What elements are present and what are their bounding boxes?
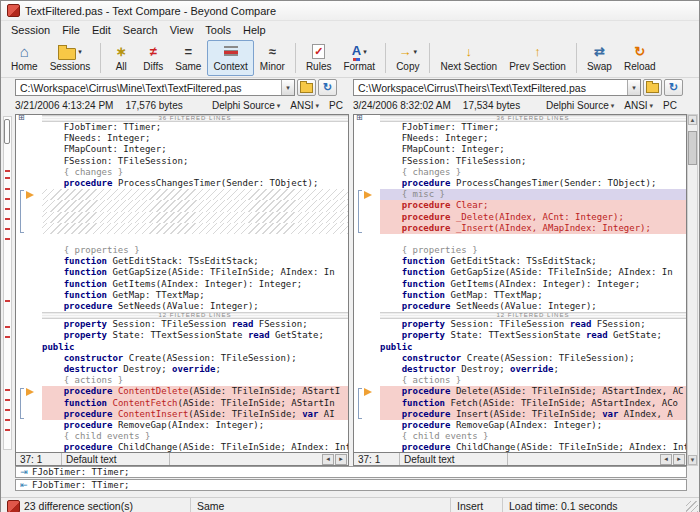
code-line[interactable]: public [380, 342, 686, 353]
gutter[interactable] [16, 178, 42, 189]
gutter[interactable] [16, 290, 42, 301]
gutter[interactable] [16, 133, 42, 144]
left-refresh-button[interactable]: ↻ [318, 79, 337, 96]
right-current-line-pane[interactable]: ⇤ FJobTimer: TTimer; [15, 479, 687, 491]
gutter[interactable] [354, 301, 380, 312]
right-hscroll-right-button[interactable]: ▸ [673, 454, 685, 465]
code-line[interactable]: { properties } [42, 245, 348, 256]
code-line[interactable]: { misc } [380, 189, 686, 200]
code-line[interactable]: { child events } [380, 431, 686, 442]
left-browse-button[interactable] [297, 79, 316, 96]
gutter[interactable] [354, 234, 380, 245]
scrollbar-thumb[interactable] [688, 131, 697, 165]
right-hscroll-left-button[interactable]: ◂ [660, 454, 672, 465]
resize-grip[interactable] [686, 501, 698, 512]
overview-viewport[interactable] [4, 119, 10, 144]
gutter[interactable] [16, 312, 42, 319]
gutter[interactable] [16, 267, 42, 278]
gutter[interactable] [354, 256, 380, 267]
right-format-combo[interactable]: Delphi Source▾ [546, 100, 614, 111]
toolbar-button-diffs[interactable]: ≠Diffs [137, 40, 169, 76]
code-line[interactable]: property State: TTextSessionState read G… [380, 330, 686, 341]
menu-item-session[interactable]: Session [5, 23, 56, 37]
menu-item-view[interactable]: View [164, 23, 200, 37]
right-editor-content[interactable]: ⊞36 FILTERED LINES FJobTimer: TTimer; FN… [354, 115, 686, 452]
fold-icon[interactable]: ⊞ [18, 115, 25, 122]
toolbar-button-context[interactable]: Context [207, 40, 253, 76]
toolbar-button-rules[interactable]: Rules [300, 40, 338, 76]
menu-item-help[interactable]: Help [237, 23, 272, 37]
code-line[interactable]: FJobTimer: TTimer; [380, 122, 686, 133]
gutter[interactable] [354, 144, 380, 155]
filtered-lines-banner[interactable]: 12 FILTERED LINES [380, 312, 686, 319]
gutter[interactable] [354, 342, 380, 353]
code-line[interactable]: procedure ContentInsert(ASide: TFileInSi… [42, 409, 348, 420]
gutter[interactable] [16, 353, 42, 364]
gutter[interactable] [16, 442, 42, 452]
code-line[interactable]: { properties } [380, 245, 686, 256]
gutter[interactable] [16, 301, 42, 312]
right-browse-button[interactable] [643, 79, 662, 96]
filtered-lines-banner[interactable]: 12 FILTERED LINES [42, 312, 348, 319]
menu-item-search[interactable]: Search [117, 23, 164, 37]
gutter[interactable] [354, 122, 380, 133]
code-line[interactable]: function GetItems(AIndex: Integer): Inte… [42, 279, 348, 290]
toolbar-button-copy[interactable]: →▾Copy [390, 40, 425, 76]
gutter[interactable] [354, 442, 380, 452]
missing-lines-hatch[interactable] [42, 189, 348, 200]
gutter[interactable] [16, 420, 42, 431]
code-line[interactable]: procedure _Insert(AIndex, AMapIndex: Int… [380, 223, 686, 234]
code-line[interactable]: { changes } [380, 167, 686, 178]
left-encoding-combo[interactable]: ANSI▾ [290, 100, 319, 111]
code-line[interactable]: constructor Create(ASession: TFileSessio… [42, 353, 348, 364]
right-path-dropdown-icon[interactable]: ▾ [627, 80, 640, 95]
code-line[interactable]: procedure Delete(ASide: TFileInSide; ASt… [380, 386, 686, 397]
code-line[interactable]: function GetGapSize(ASide: TFileInSide; … [380, 267, 686, 278]
toolbar-button-reload[interactable]: ↻Reload [618, 40, 662, 76]
missing-lines-hatch[interactable] [42, 212, 348, 223]
code-line[interactable]: procedure Clear; [380, 200, 686, 211]
code-line[interactable] [380, 234, 686, 245]
gutter[interactable] [354, 375, 380, 386]
toolbar-button-prev-section[interactable]: ↑Prev Section [503, 40, 572, 76]
diff-section-marker-icon[interactable] [26, 388, 34, 396]
right-encoding-combo[interactable]: ANSI▾ [624, 100, 653, 111]
gutter[interactable] [354, 431, 380, 442]
gutter[interactable] [16, 167, 42, 178]
gutter[interactable] [16, 375, 42, 386]
gutter[interactable] [16, 342, 42, 353]
left-format-combo[interactable]: Delphi Source▾ [212, 100, 280, 111]
missing-lines-hatch[interactable] [42, 223, 348, 234]
code-line[interactable]: procedure RemoveGap(AIndex: Integer); [380, 420, 686, 431]
toolbar-button-minor[interactable]: ≈Minor [254, 40, 291, 76]
code-line[interactable]: function ContentFetch(ASide: TFileInSide… [42, 398, 348, 409]
gutter[interactable] [16, 256, 42, 267]
code-line[interactable]: property State: TTextSessionState read G… [42, 330, 348, 341]
code-line[interactable]: FNeeds: Integer; [42, 133, 348, 144]
gutter[interactable] [16, 245, 42, 256]
left-hscroll-right-button[interactable]: ▸ [335, 454, 347, 465]
gutter[interactable] [16, 156, 42, 167]
gutter[interactable] [16, 144, 42, 155]
gutter[interactable] [354, 319, 380, 330]
left-current-line-pane[interactable]: ⇥ FJobTimer: TTimer; [15, 466, 687, 478]
code-line[interactable]: constructor Create(ASession: TFileSessio… [380, 353, 686, 364]
code-line[interactable]: FSession: TFileSession; [380, 156, 686, 167]
diff-section-marker-icon[interactable] [364, 388, 372, 396]
code-line[interactable]: function GetEditStack: TSsEditStack; [380, 256, 686, 267]
gutter[interactable] [16, 122, 42, 133]
gutter[interactable] [16, 330, 42, 341]
code-line[interactable]: FMapCount: Integer; [380, 144, 686, 155]
diff-section-marker-icon[interactable] [364, 191, 372, 199]
code-line[interactable]: { child events } [42, 431, 348, 442]
toolbar-button-next-section[interactable]: ↓Next Section [434, 40, 503, 76]
gutter[interactable] [354, 133, 380, 144]
menu-item-tools[interactable]: Tools [199, 23, 237, 37]
code-line[interactable]: destructor Destroy; override; [380, 364, 686, 375]
diff-section-marker-icon[interactable] [26, 191, 34, 199]
filtered-lines-banner[interactable]: 36 FILTERED LINES [380, 115, 686, 122]
gutter[interactable] [354, 267, 380, 278]
code-line[interactable]: { actions } [380, 375, 686, 386]
code-line[interactable]: procedure SetNeeds(AValue: Integer); [42, 301, 348, 312]
right-refresh-button[interactable]: ↻ [664, 79, 683, 96]
